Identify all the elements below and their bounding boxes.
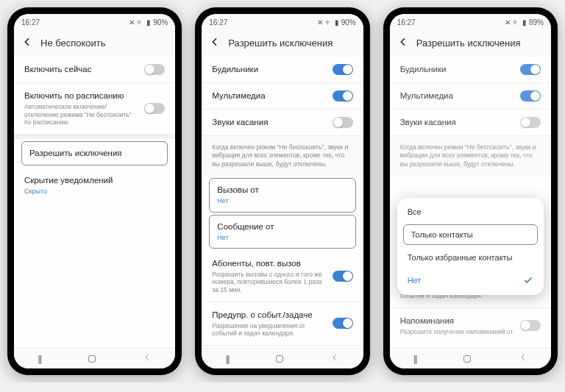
back-icon[interactable] — [397, 36, 409, 49]
phone-3: 16:27 ✕ᯤ▮89% Разрешить исключения Будиль… — [383, 7, 558, 375]
enable-schedule-label: Включить по расписанию — [24, 90, 138, 101]
popup-option-none[interactable]: Нет — [397, 268, 544, 292]
divider — [14, 135, 175, 139]
status-icons: ✕ᯤ▮89% — [505, 18, 544, 26]
header: Разрешить исключения — [202, 30, 363, 57]
alarms-toggle[interactable] — [333, 64, 353, 75]
nav-back-icon[interactable] — [143, 353, 152, 364]
header: Разрешить исключения — [390, 30, 551, 57]
enable-now-toggle[interactable] — [144, 64, 165, 75]
alarms-toggle[interactable] — [520, 64, 541, 75]
header: Не беспокоить — [14, 30, 175, 57]
clock: 16:27 — [397, 18, 416, 26]
enable-now-row[interactable]: Включить сейчас — [14, 57, 175, 83]
page-title: Разрешить исключения — [228, 38, 333, 49]
popup-option-favorites[interactable]: Только избранные контакты — [397, 246, 544, 268]
back-icon[interactable] — [21, 36, 33, 49]
touch-sounds-toggle[interactable] — [333, 117, 353, 128]
nav-home-icon[interactable] — [463, 355, 471, 363]
nav-back-icon[interactable] — [519, 353, 527, 364]
hide-notifications-sub: Скрыто — [24, 188, 165, 196]
nav-recent-icon[interactable]: ||| — [38, 353, 40, 364]
media-row[interactable]: Мультимедиа — [202, 83, 363, 110]
allow-exceptions-row[interactable]: Разрешить исключения — [21, 141, 168, 165]
phone-2: 16:27 ✕ᯤ▮90% Разрешить исключения Будиль… — [195, 7, 369, 375]
check-icon — [523, 275, 533, 285]
repeat-callers-row[interactable]: Абоненты, повт. вызов Разрешить вызовы с… — [202, 251, 363, 302]
reminders-row[interactable]: Напоминания Разрешите получение напомина… — [390, 308, 551, 343]
clock: 16:27 — [21, 18, 40, 26]
touch-sounds-toggle[interactable] — [520, 117, 541, 128]
page-title: Разрешить исключения — [416, 38, 521, 49]
media-row[interactable]: Мультимедиа — [390, 83, 551, 110]
repeat-callers-toggle[interactable] — [333, 271, 353, 282]
nav-home-icon[interactable] — [88, 355, 96, 363]
status-icons: ✕ᯤ▮90% — [129, 18, 168, 26]
page-title: Не беспокоить — [40, 38, 106, 49]
enable-schedule-sub: Автоматическое включение/отключение режи… — [24, 103, 138, 126]
nav-recent-icon[interactable]: ||| — [226, 353, 229, 364]
alarms-row[interactable]: Будильники — [202, 57, 363, 83]
touch-sounds-row[interactable]: Звуки касания — [202, 110, 363, 136]
enable-schedule-row[interactable]: Включить по расписанию Автоматическое вк… — [14, 83, 175, 135]
nav-bar: ||| — [202, 348, 363, 368]
back-icon[interactable] — [209, 36, 221, 49]
enable-schedule-toggle[interactable] — [144, 103, 165, 114]
media-toggle[interactable] — [333, 90, 353, 101]
status-icons: ✕ᯤ▮90% — [317, 18, 356, 26]
status-bar: 16:27 ✕ᯤ▮90% — [202, 14, 363, 30]
nav-recent-icon[interactable]: ||| — [413, 353, 416, 364]
nav-home-icon[interactable] — [276, 355, 283, 363]
calls-from-row[interactable]: Вызовы от Нет — [209, 178, 355, 212]
hide-notifications-row[interactable]: Скрытие уведомлений Скрыто — [14, 168, 175, 203]
clock: 16:27 — [209, 18, 227, 26]
status-bar: 16:27 ✕ᯤ▮89% — [390, 14, 551, 30]
description: Когда включен режим "Не беспокоить", зву… — [202, 136, 363, 176]
reminders-toggle[interactable] — [520, 320, 541, 331]
nav-back-icon[interactable] — [330, 353, 339, 364]
description: Когда включен режим "Не беспокоить", зву… — [390, 136, 551, 176]
enable-now-label: Включить сейчас — [24, 64, 138, 75]
phone-1: 16:27 ✕ᯤ▮90% Не беспокоить Включить сейч… — [7, 7, 182, 375]
alarms-row[interactable]: Будильники — [390, 57, 551, 83]
events-toggle[interactable] — [333, 318, 353, 329]
nav-bar: ||| — [14, 348, 175, 368]
hide-notifications-label: Скрытие уведомлений — [24, 175, 165, 186]
messages-from-row[interactable]: Сообщение от Нет — [209, 215, 355, 249]
calls-from-popup: Все Только контакты Только избранные кон… — [397, 198, 544, 295]
popup-option-all[interactable]: Все — [397, 201, 544, 223]
touch-sounds-row[interactable]: Звуки касания — [390, 110, 551, 136]
popup-option-contacts[interactable]: Только контакты — [403, 224, 538, 245]
nav-bar: ||| — [390, 348, 551, 368]
events-row[interactable]: Предупр. о событ./задаче Разрешение на у… — [202, 302, 363, 346]
media-toggle[interactable] — [520, 90, 541, 101]
status-bar: 16:27 ✕ᯤ▮90% — [14, 14, 175, 30]
